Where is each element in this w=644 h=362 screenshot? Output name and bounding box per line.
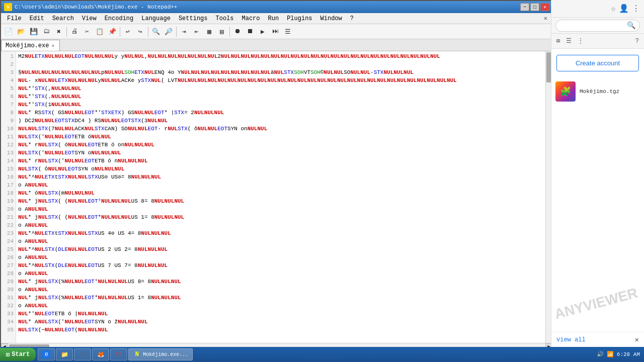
tb-play[interactable]: ▶ (257, 26, 269, 38)
view-all-bar[interactable]: view all ✕ (551, 332, 644, 347)
taskbar-notepad-label: Mokëjimo.exe... (143, 352, 188, 357)
code-line: NUL* ó NUL STX (m NUL NUL NUL (18, 189, 543, 197)
tab-close-icon[interactable]: ✕ (51, 43, 54, 49)
nav-more[interactable]: ⋮ (576, 36, 586, 46)
maximize-button[interactable]: □ (530, 3, 539, 11)
tb-sep4 (176, 27, 177, 37)
editor-container: 1234567891011121314151617181920212223242… (1, 51, 552, 343)
tb-macro-list[interactable]: ☰ (282, 26, 294, 38)
browser-panel: ☆ 👤 ⋮ 🔍 ⊞ ☰ ⋮ ? Create account 🧩 Mokëjim… (551, 0, 644, 347)
tb-redo[interactable]: ↪ (134, 26, 146, 38)
line-number: 31 (3, 294, 14, 302)
taskbar-notepad[interactable]: N Mokëjimo.exe... (128, 348, 193, 360)
taskbar-right: 🔊 📶 6:28 AM (593, 351, 644, 358)
tb-run-macro[interactable]: ⏭ (269, 26, 281, 38)
menu-file[interactable]: File (3, 15, 26, 23)
tb-open[interactable]: 📂 (15, 26, 27, 38)
tb-print[interactable]: 🖨 (68, 26, 80, 38)
network-icon[interactable]: 📶 (607, 351, 614, 357)
tb-undo[interactable]: ↩ (122, 26, 134, 38)
taskbar-explorer[interactable]: 📁 (56, 348, 73, 360)
watermark: ANYVIEWER (553, 285, 639, 323)
firefox-icon: 🦊 (97, 350, 105, 358)
tb-save[interactable]: 💾 (28, 26, 40, 38)
tb-new[interactable]: 📄 (3, 26, 15, 38)
code-line: NUL STX (' NUL NUL EOT SYN o NUL NUL NUL (18, 149, 543, 157)
menu-tools[interactable]: Tools (211, 15, 237, 23)
more-icon[interactable]: ⋮ (632, 4, 640, 14)
tb-outdent[interactable]: ⇤ (191, 26, 203, 38)
code-line: NUL* j NUL STX ( ( NUL NUL EOT ° NUL NUL… (18, 197, 543, 205)
close-button[interactable]: ✕ (540, 3, 549, 11)
menu-view[interactable]: View (78, 15, 101, 23)
tb-save-all[interactable]: 🗂 (40, 26, 52, 38)
taskbar-security[interactable]: 🛡 (110, 348, 127, 360)
line-number: 12 (3, 141, 14, 149)
tb-sep2 (120, 27, 120, 37)
star-icon[interactable]: ☆ (611, 4, 616, 14)
tb-zoom-in[interactable]: 🔎 (163, 26, 175, 38)
taskbar-ie[interactable]: e (38, 348, 55, 360)
tb-stop[interactable]: ⏹ (244, 26, 256, 38)
menu-search[interactable]: Search (48, 15, 78, 23)
code-line: NUL *^ NUL ETX t STX NUL NUL STX US 4⊙ U… (18, 229, 543, 237)
menu-help[interactable]: ? (346, 15, 358, 23)
taskbar-items: e 📁 🎵 🦊 🛡 N Mokëjimo.exe... (38, 348, 593, 360)
line-number: 6 (3, 93, 14, 101)
start-button[interactable]: ⊞ Start (0, 348, 36, 361)
taskbar-firefox[interactable]: 🦊 (92, 348, 109, 360)
code-line: o A NUL NUL (18, 286, 543, 294)
menu-window[interactable]: Window (316, 15, 346, 23)
volume-icon[interactable]: 🔊 (597, 351, 604, 357)
account-icon[interactable]: 👤 (619, 4, 629, 14)
menu-run[interactable]: Run (264, 15, 283, 23)
menu-settings[interactable]: Settings (175, 15, 212, 23)
close-download-panel[interactable]: ✕ (635, 335, 639, 344)
line-number: 32 (3, 302, 14, 310)
tb-record[interactable]: ⏺ (231, 26, 244, 38)
search-box[interactable]: 🔍 (555, 20, 640, 32)
window-title: C:\Users\admin\Downloads\Mokëjimo.exe - … (15, 4, 177, 10)
tb-block[interactable]: ▦ (203, 26, 215, 38)
file-icon-img: 🧩 (555, 81, 576, 102)
start-label: Start (12, 351, 30, 358)
tb-find[interactable]: 🔍 (150, 26, 162, 38)
nav-help[interactable]: ? (633, 37, 641, 46)
tab-filename: Mokëjimo.exe (6, 42, 49, 49)
line-number: 25 (3, 245, 14, 253)
menu-edit[interactable]: Edit (26, 15, 48, 23)
code-line: NUL* r NUL STX ( ó NUL NUL EOT ETB ó on … (18, 141, 543, 149)
code-line: o A NUL NUL (18, 253, 543, 261)
menu-macro[interactable]: Macro (238, 15, 264, 23)
line-number: 15 (3, 165, 14, 173)
menu-plugins[interactable]: Plugins (283, 15, 316, 23)
tb-paste[interactable]: 📌 (106, 26, 118, 38)
minimize-button[interactable]: − (520, 3, 529, 11)
tb-stream[interactable]: ▤ (216, 26, 228, 38)
tb-cut[interactable]: ✂ (81, 26, 93, 38)
line-number: 1 (3, 52, 14, 60)
code-line: NUL STX (' NUL NUL EOT ETB ó NUL NUL (18, 133, 543, 141)
toolbar: 📄 📂 💾 🗂 ✖ 🖨 ✂ 📋 📌 ↩ ↪ 🔍 🔎 ⇥ ⇤ ▦ ▤ ⏺ ⏹ ▶ … (1, 24, 552, 39)
code-line: ) DC2 NUL NUL EOT STX DC4 ) RS NUL NUL E… (18, 117, 543, 125)
tab-file[interactable]: Mokëjimo.exe ✕ (1, 40, 60, 51)
tb-indent[interactable]: ⇥ (178, 26, 190, 38)
line-number: 28 (3, 269, 14, 278)
view-all-link[interactable]: view all (556, 336, 586, 343)
tab-bar: Mokëjimo.exe ✕ (1, 39, 552, 51)
editor-content[interactable]: M2 NUL ETX NUL NUL NUL EOT NUL NUL NULy … (16, 51, 545, 343)
nav-toolbar: ⊞ ☰ ⋮ ? (551, 34, 644, 49)
line-number: 27 (3, 261, 14, 269)
menu-encoding[interactable]: Encoding (101, 15, 138, 23)
tb-copy[interactable]: 📋 (94, 26, 106, 38)
line-number: 4 (3, 76, 14, 84)
menu-language[interactable]: Language (137, 15, 175, 23)
nav-list-view[interactable]: ☰ (564, 36, 574, 46)
menu-close-x[interactable]: ✕ (541, 14, 550, 23)
nav-grid-view[interactable]: ⊞ (554, 36, 562, 46)
create-account-button[interactable]: Create account (556, 55, 639, 71)
code-line: NUL * RS STX ( GS NUL NUL EOT *' STX ETX… (18, 109, 543, 117)
code-line: NUL* A NUL STX (' NUL NUL EOT SYN o ž NU… (18, 318, 543, 326)
tb-close[interactable]: ✖ (53, 26, 65, 38)
taskbar-media[interactable]: 🎵 (74, 348, 91, 360)
